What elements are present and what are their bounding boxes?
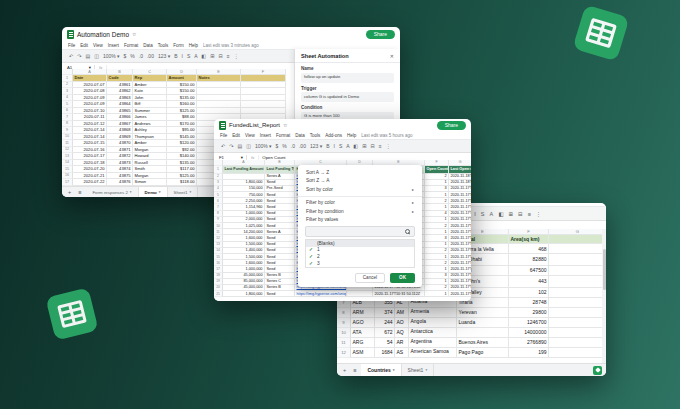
- print-icon[interactable]: ▤: [85, 53, 90, 59]
- percent-format-icon[interactable]: %: [130, 53, 134, 59]
- cell[interactable]: 2020-11-17T10:31:50.112Z: [373, 291, 425, 297]
- document-title[interactable]: Automation Demo: [77, 31, 129, 38]
- bold-icon[interactable]: B: [326, 143, 329, 149]
- cell[interactable]: Area(sq km): [509, 235, 549, 244]
- currency-format-icon[interactable]: $: [124, 53, 127, 59]
- menu-insert[interactable]: Insert: [260, 133, 271, 138]
- cell[interactable]: AQ: [395, 328, 409, 338]
- menu-item-filter-by-color[interactable]: Filter by color▸: [298, 199, 422, 208]
- row-header[interactable]: 9: [337, 318, 351, 328]
- text-color-icon[interactable]: A: [346, 143, 349, 149]
- filter-value-3[interactable]: ✓3: [306, 260, 414, 267]
- undo-icon[interactable]: ↶: [221, 143, 225, 149]
- menu-item-sort-z-a[interactable]: Sort Z → A: [298, 177, 422, 186]
- menu-data[interactable]: Data: [143, 43, 153, 48]
- row-header[interactable]: 21: [214, 291, 223, 297]
- menu-data[interactable]: Data: [295, 133, 305, 138]
- cell[interactable]: 443: [509, 276, 549, 288]
- cell[interactable]: [549, 338, 602, 348]
- menu-file[interactable]: File: [68, 43, 75, 48]
- row-header[interactable]: 10: [337, 328, 351, 338]
- ok-button[interactable]: OK: [390, 273, 415, 283]
- currency-format-icon[interactable]: $: [276, 143, 279, 149]
- cell[interactable]: 2766890: [509, 338, 549, 348]
- cell[interactable]: $118.00: [167, 179, 197, 186]
- cell[interactable]: Seed: [265, 291, 295, 297]
- percent-format-icon[interactable]: %: [282, 143, 286, 149]
- cell[interactable]: [549, 308, 602, 318]
- strikethrough-icon[interactable]: S: [187, 53, 190, 59]
- fill-color-icon[interactable]: ◧: [498, 211, 503, 217]
- cell[interactable]: AGO: [351, 318, 375, 328]
- align-icon[interactable]: ≡: [379, 143, 382, 149]
- cell[interactable]: 199: [509, 348, 549, 358]
- cell[interactable]: Buenos Aires: [457, 338, 509, 348]
- cell[interactable]: Open Count▼: [425, 166, 449, 174]
- cell[interactable]: 1684: [375, 348, 395, 358]
- borders-icon[interactable]: ⊞: [508, 211, 513, 217]
- increase-decimal-icon[interactable]: .00: [147, 53, 154, 59]
- cell[interactable]: 2020-11-17T10:55:33.679Z: [449, 291, 471, 297]
- menu-format[interactable]: Format: [276, 133, 290, 138]
- cell[interactable]: Last Funding Amount (US$)▼: [223, 166, 265, 174]
- filter-value-blanks[interactable]: (Blanks): [306, 240, 414, 247]
- fill-color-icon[interactable]: ◧: [354, 143, 359, 149]
- zoom-select[interactable]: 100% ▾: [103, 53, 120, 59]
- all-sheets-button[interactable]: ≡: [76, 189, 83, 195]
- cell[interactable]: [549, 266, 602, 276]
- last-edit-link[interactable]: Last edit was 5 hours ago: [361, 133, 412, 138]
- cell[interactable]: Angola: [409, 318, 457, 328]
- menu-edit[interactable]: Edit: [232, 133, 240, 138]
- text-color-icon[interactable]: A: [490, 211, 494, 217]
- cell[interactable]: 29800: [509, 308, 549, 318]
- menu-edit[interactable]: Edit: [80, 43, 88, 48]
- menu-item-sort-a-z[interactable]: Sort A → Z: [298, 168, 422, 177]
- menu-item-sort-by-color[interactable]: Sort by color▸: [298, 185, 422, 194]
- cell[interactable]: American Samoa: [409, 348, 457, 358]
- document-title[interactable]: FundedList_Report: [229, 122, 280, 128]
- italic-icon[interactable]: I: [474, 211, 476, 217]
- more-icon[interactable]: ⋮: [386, 143, 391, 149]
- star-icon[interactable]: ☆: [283, 122, 287, 128]
- cell[interactable]: AS: [395, 348, 409, 358]
- filter-value-1[interactable]: ✓1: [306, 247, 414, 254]
- cell[interactable]: [549, 276, 602, 288]
- sheet-tab-countries[interactable]: Countries▾: [361, 364, 401, 376]
- row-header[interactable]: 8: [337, 308, 351, 318]
- menu-add-ons[interactable]: Add-ons: [325, 133, 342, 138]
- menu-insert[interactable]: Insert: [108, 43, 119, 48]
- cell[interactable]: ARM: [351, 308, 375, 318]
- add-sheet-button[interactable]: +: [66, 189, 73, 195]
- cell[interactable]: [549, 298, 602, 308]
- menu-form[interactable]: Form: [173, 43, 184, 48]
- menu-help[interactable]: Help: [189, 43, 198, 48]
- paint-format-icon[interactable]: ◫: [246, 143, 251, 149]
- menu-format[interactable]: Format: [124, 43, 138, 48]
- cell[interactable]: [347, 291, 373, 297]
- cell[interactable]: [549, 288, 602, 298]
- cell[interactable]: 54: [375, 338, 395, 348]
- cancel-button[interactable]: Cancel: [355, 273, 385, 283]
- redo-icon[interactable]: ↷: [77, 53, 81, 59]
- increase-decimal-icon[interactable]: .00: [299, 143, 306, 149]
- cell[interactable]: [549, 235, 602, 244]
- cell[interactable]: Last Open▼: [449, 166, 471, 174]
- cell[interactable]: AO: [395, 318, 409, 328]
- decrease-decimal-icon[interactable]: .0: [291, 143, 295, 149]
- all-sheets-button[interactable]: ≡: [351, 367, 358, 373]
- filter-value-2[interactable]: ✓2: [306, 253, 414, 260]
- cell[interactable]: [549, 318, 602, 328]
- cell[interactable]: 374: [375, 308, 395, 318]
- text-color-icon[interactable]: A: [194, 53, 197, 59]
- menu-file[interactable]: File: [220, 133, 227, 138]
- paint-format-icon[interactable]: ◫: [94, 53, 99, 59]
- cell[interactable]: 647500: [509, 266, 549, 276]
- cell[interactable]: 43876: [107, 179, 133, 186]
- last-edit-link[interactable]: Last edit was 3 minutes ago: [203, 43, 259, 48]
- cell[interactable]: ARG: [351, 338, 375, 348]
- cell[interactable]: [549, 254, 602, 266]
- borders-icon[interactable]: ⊞: [362, 143, 366, 149]
- row-header[interactable]: 11: [337, 338, 351, 348]
- sheet-tab-form-responses-2[interactable]: Form responses 2▾: [86, 187, 138, 197]
- cell[interactable]: 1,800,000: [223, 291, 265, 297]
